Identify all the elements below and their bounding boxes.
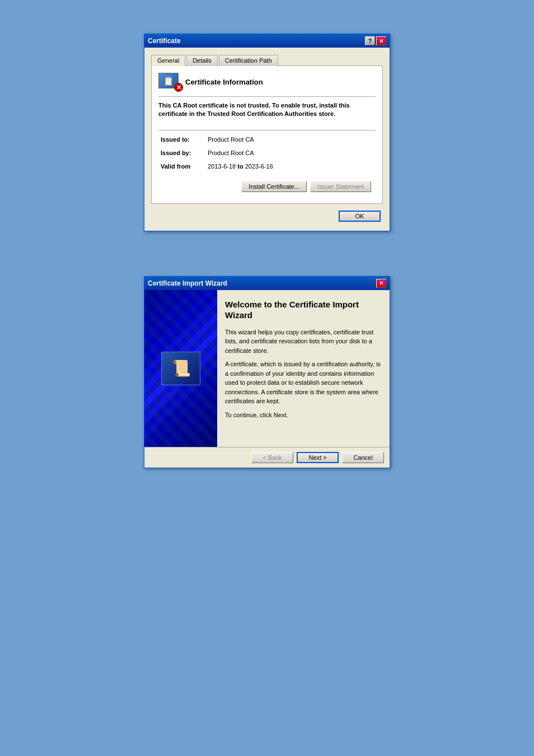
issuer-statement-button[interactable]: Issuer Statement [310, 181, 371, 192]
install-certificate-button[interactable]: Install Certificate... [241, 181, 306, 192]
help-button[interactable]: ? [365, 36, 375, 45]
cert-valid-period: Valid from 2013-6-18 to 2023-6-16 [158, 163, 376, 170]
cert-ok-row: OK [149, 206, 385, 226]
cert-separator-top [158, 96, 376, 97]
wizard-title-text: Certificate Import Wizard [148, 279, 227, 287]
tab-certification-path[interactable]: Certification Path [219, 55, 278, 66]
cert-error-badge: ✕ [174, 83, 183, 92]
wizard-close-button[interactable]: ✕ [376, 279, 386, 288]
issued-to-label: Issued to: [161, 136, 205, 143]
cert-action-buttons: Install Certificate... Issuer Statement [158, 176, 376, 197]
valid-from-label: Valid from [161, 163, 205, 170]
wizard-main: Welcome to the Certificate Import Wizard… [217, 290, 390, 447]
wizard-sidebar: 📜 [144, 290, 217, 447]
wizard-paragraph1: This wizard helps you copy certificates,… [225, 328, 382, 356]
cert-warning-text: This CA Root certificate is not trusted.… [158, 101, 376, 119]
tab-bar: General Details Certification Path [149, 52, 385, 66]
tab-content-general: 📋 ✕ Certificate Information This CA Root… [151, 66, 383, 204]
next-button[interactable]: Next > [297, 452, 339, 463]
certificate-title-text: Certificate [148, 37, 181, 45]
certificate-dialog-body: General Details Certification Path 📋 ✕ C… [144, 48, 390, 231]
back-button[interactable]: < Back [251, 452, 293, 463]
cert-issued-to: Issued to: Product Root CA [158, 136, 376, 143]
wizard-titlebar-title: Certificate Import Wizard [148, 279, 227, 287]
cert-issued-by: Issued by: Product Root CA [158, 150, 376, 156]
tab-general[interactable]: General [151, 55, 185, 66]
ok-button[interactable]: OK [339, 211, 381, 222]
wizard-sidebar-icon: 📜 [161, 352, 200, 385]
wizard-titlebar: Certificate Import Wizard ✕ [144, 277, 390, 290]
wizard-body: 📜 Welcome to the Certificate Import Wiza… [144, 290, 390, 468]
certificate-dialog: Certificate ? ✕ General Details Certific… [144, 34, 390, 231]
close-button[interactable]: ✕ [376, 36, 386, 45]
tab-details[interactable]: Details [186, 55, 218, 66]
cert-icon: 📋 ✕ [158, 73, 181, 91]
wizard-paragraph2: A certificate, which is issued by a cert… [225, 360, 382, 406]
issued-by-label: Issued by: [161, 150, 205, 156]
cert-details-separator [158, 130, 376, 130]
wizard-footer: < Back Next > Cancel [144, 447, 390, 468]
cancel-button[interactable]: Cancel [342, 452, 384, 463]
issued-by-value: Product Root CA [208, 150, 254, 156]
issued-to-value: Product Root CA [208, 136, 254, 143]
valid-from-value: 2013-6-18 to 2023-6-16 [208, 163, 273, 170]
wizard-titlebar-buttons: ✕ [376, 279, 386, 288]
wizard-main-title: Welcome to the Certificate Import Wizard [225, 299, 382, 321]
cert-info-title: Certificate Information [185, 78, 263, 86]
titlebar-title-area: Certificate [148, 37, 181, 45]
wizard-content: 📜 Welcome to the Certificate Import Wiza… [144, 290, 390, 447]
wizard-paragraph3: To continue, click Next. [225, 410, 382, 420]
certificate-titlebar: Certificate ? ✕ [144, 34, 390, 48]
wizard-dialog: Certificate Import Wizard ✕ 📜 Welcome to… [144, 276, 390, 468]
titlebar-buttons: ? ✕ [365, 36, 386, 45]
cert-info-header: 📋 ✕ Certificate Information [158, 73, 376, 91]
